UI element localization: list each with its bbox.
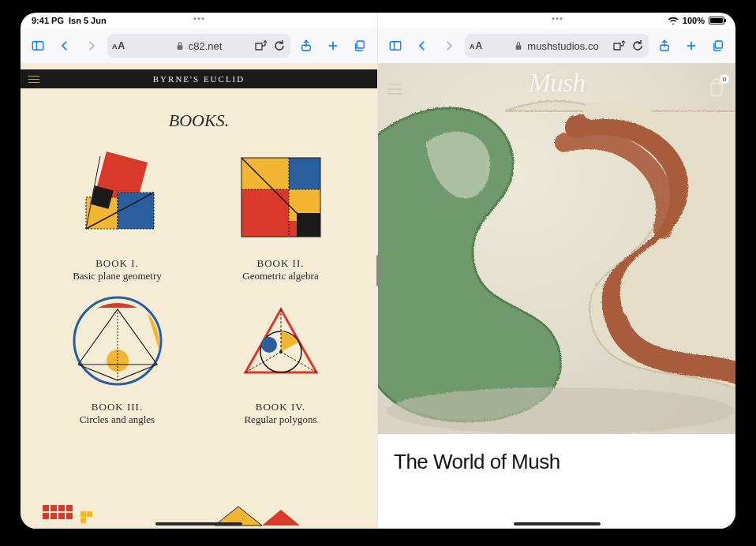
svg-rect-34 (58, 505, 65, 511)
books-grid: BOOK I. Basic plane geometry (21, 131, 377, 426)
split-view-divider[interactable] (376, 255, 380, 286)
reload-button[interactable] (630, 38, 646, 54)
left-app-safari: AA c82.net (21, 13, 378, 529)
safari-toolbar-left: AA c82.net (21, 28, 377, 63)
book-2-illustration (226, 142, 336, 252)
book-1-number: BOOK I. (95, 257, 139, 270)
svg-rect-35 (66, 505, 73, 511)
site-menu-icon[interactable] (28, 73, 39, 85)
svg-rect-0 (32, 42, 43, 50)
book-2-number: BOOK II. (257, 257, 305, 270)
hero-artwork (378, 63, 735, 434)
status-bar: 9:41 PG Isn 5 Jun 100% (21, 13, 735, 28)
book-3-subtitle: Circles and angles (80, 413, 155, 426)
svg-rect-37 (51, 513, 57, 519)
svg-point-53 (386, 387, 733, 434)
back-button[interactable] (54, 35, 76, 57)
web-content-left[interactable]: BYRNE'S EUCLID BOOKS. (21, 63, 377, 529)
svg-rect-2 (177, 45, 182, 50)
svg-rect-33 (51, 505, 57, 511)
svg-rect-47 (516, 45, 522, 50)
lock-icon (515, 41, 522, 50)
right-app-safari: AA mushstudios.co (378, 13, 735, 529)
book-3-number: BOOK III. (92, 401, 143, 413)
text-size-button[interactable]: AA (470, 40, 482, 51)
address-bar[interactable]: AA c82.net (107, 34, 290, 58)
cart-count-badge: 0 (720, 74, 729, 84)
forward-button[interactable] (438, 35, 460, 57)
share-button[interactable] (295, 35, 317, 57)
tabs-button[interactable] (707, 35, 729, 57)
svg-rect-51 (715, 41, 722, 48)
svg-rect-38 (58, 513, 65, 519)
section-heading: BOOKS. (21, 110, 377, 131)
svg-rect-39 (66, 513, 73, 519)
svg-rect-14 (241, 158, 289, 189)
status-time: 9:41 PG (32, 16, 64, 25)
split-view: AA c82.net (21, 13, 735, 529)
address-bar[interactable]: AA mushstudios.co (465, 34, 649, 58)
book-link-2[interactable]: BOOK II. Geometric algebra (203, 142, 358, 282)
wifi-icon (668, 17, 679, 24)
svg-rect-40 (80, 511, 86, 517)
home-indicator[interactable] (155, 522, 242, 525)
home-indicator[interactable] (514, 522, 601, 525)
battery-icon (709, 17, 724, 24)
url-text: c82.net (189, 40, 223, 52)
svg-marker-44 (262, 510, 300, 525)
cart-button[interactable]: 0 (707, 77, 726, 98)
screen: 9:41 PG Isn 5 Jun 100% (21, 13, 735, 529)
svg-rect-15 (289, 158, 320, 189)
svg-rect-32 (43, 505, 49, 511)
battery-text: 100% (683, 16, 705, 25)
page-headline: The World of Mush (378, 434, 735, 490)
book-2-subtitle: Geometric algebra (242, 270, 318, 282)
book-4-subtitle: Regular polygons (244, 413, 316, 426)
book-3-illustration (62, 286, 173, 396)
book-link-3[interactable]: BOOK III. Circles and angles (39, 286, 195, 426)
book-1-subtitle: Basic plane geometry (73, 270, 162, 282)
status-date: Isn 5 Jun (69, 16, 107, 25)
book-4-number: BOOK IV. (256, 401, 305, 413)
svg-rect-6 (357, 41, 364, 48)
site-logo[interactable]: Mush (529, 68, 586, 98)
svg-rect-36 (43, 513, 49, 519)
book-link-4[interactable]: BOOK IV. Regular polygons (203, 286, 358, 426)
forward-button[interactable] (80, 35, 103, 57)
site-title: BYRNE'S EUCLID (21, 69, 377, 88)
site-menu-icon[interactable] (387, 80, 402, 98)
extensions-icon[interactable] (253, 38, 268, 54)
tabs-button[interactable] (349, 35, 371, 57)
svg-rect-41 (87, 511, 92, 517)
lock-icon (176, 41, 184, 50)
safari-toolbar-right: AA mushstudios.co (378, 28, 735, 63)
new-tab-button[interactable] (680, 35, 702, 57)
book-link-1[interactable]: BOOK I. Basic plane geometry (39, 142, 195, 282)
web-content-right[interactable]: Mush 0 (378, 63, 735, 529)
book-1-illustration (62, 142, 173, 252)
back-button[interactable] (411, 35, 433, 57)
sidebar-button[interactable] (384, 35, 406, 57)
svg-point-31 (279, 350, 283, 353)
svg-point-27 (261, 337, 277, 353)
sidebar-button[interactable] (27, 35, 49, 57)
svg-rect-45 (390, 42, 401, 50)
url-text: mushstudios.co (527, 40, 598, 52)
text-size-button[interactable]: AA (112, 40, 125, 51)
new-tab-button[interactable] (322, 35, 344, 57)
share-button[interactable] (653, 35, 676, 57)
svg-rect-42 (80, 518, 86, 523)
extensions-icon[interactable] (611, 38, 627, 54)
ipad-device-frame: 9:41 PG Isn 5 Jun 100% (0, 0, 756, 546)
book-4-illustration (226, 286, 336, 396)
reload-button[interactable] (271, 38, 287, 54)
svg-rect-10 (118, 193, 154, 229)
hero-section: Mush 0 (378, 63, 735, 434)
